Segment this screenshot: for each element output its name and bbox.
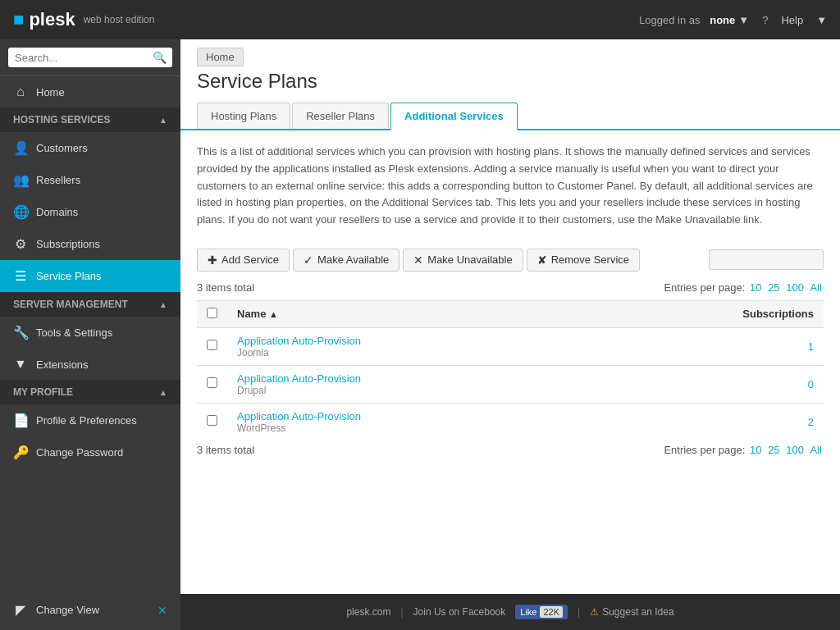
sidebar-item-change-view[interactable]: ◤ Change View ✕ — [0, 594, 180, 626]
sidebar-item-domains[interactable]: 🌐 Domains — [0, 196, 180, 228]
tab-additional-services[interactable]: Additional Services — [390, 103, 518, 130]
server-management-section[interactable]: Server Management ▲ — [0, 292, 180, 317]
make-available-button[interactable]: ✓ Make Available — [293, 249, 399, 272]
toolbar-search[interactable]: 🔍 — [709, 249, 824, 270]
sidebar-item-service-plans[interactable]: ☰ Service Plans — [0, 260, 180, 292]
col-check-header — [197, 300, 227, 327]
entries-10-top[interactable]: 10 — [750, 281, 761, 294]
entries-100-bottom[interactable]: 100 — [786, 444, 804, 456]
row-subscriptions-2: 2 — [725, 403, 824, 441]
remove-service-label: Remove Service — [551, 253, 629, 266]
table-wrapper: Name ▲ Subscriptions Application Auto-Pr… — [180, 300, 840, 441]
row-name-0: Application Auto-ProvisionJoomla — [227, 327, 725, 365]
sidebar-item-change-password[interactable]: 🔑 Change Password — [0, 436, 180, 468]
user-dropdown-icon[interactable]: ▼ — [738, 14, 749, 26]
search-input[interactable] — [15, 52, 153, 64]
sidebar-bottom: ◤ Change View ✕ — [0, 594, 180, 630]
tools-label: Tools & Settings — [36, 326, 112, 339]
breadcrumb-home[interactable]: Home — [197, 48, 244, 66]
table-row: Application Auto-ProvisionJoomla1 — [197, 327, 824, 365]
sidebar-item-subscriptions[interactable]: ⚙ Subscriptions — [0, 228, 180, 260]
change-view-close-icon[interactable]: ✕ — [158, 604, 167, 617]
hosting-services-section[interactable]: Hosting Services ▲ — [0, 107, 180, 132]
table-body: Application Auto-ProvisionJoomla1Applica… — [197, 327, 824, 441]
suggest-button[interactable]: ⚠ Suggest an Idea — [590, 606, 673, 618]
sidebar-item-tools[interactable]: 🔧 Tools & Settings — [0, 317, 180, 349]
col-subscriptions-label: Subscriptions — [742, 308, 814, 320]
my-profile-section[interactable]: My Profile ▲ — [0, 380, 180, 404]
resellers-label: Resellers — [36, 174, 80, 186]
entries-label-bottom: Entries per page: — [664, 444, 745, 456]
sidebar: 🔍 ⌂ Home Hosting Services ▲ 👤 Customers … — [0, 39, 180, 594]
profile-icon: 📄 — [13, 413, 28, 428]
password-icon: 🔑 — [13, 445, 28, 460]
entries-all-bottom[interactable]: All — [810, 444, 822, 456]
profile-preferences-label: Profile & Preferences — [36, 414, 137, 427]
col-name-header[interactable]: Name ▲ — [227, 300, 725, 327]
add-service-button[interactable]: ✚ Add Service — [197, 249, 290, 272]
sidebar-item-customers[interactable]: 👤 Customers — [0, 132, 180, 164]
logo-text: plesk — [29, 9, 75, 30]
logo-area: ■ plesk web host edition — [13, 9, 154, 30]
my-profile-label: My Profile — [13, 386, 73, 398]
footer-plesk-link[interactable]: plesk.com — [346, 606, 390, 618]
sidebar-item-resellers[interactable]: 👥 Resellers — [0, 164, 180, 196]
footer: plesk.com | Join Us on Facebook Like 22K… — [180, 594, 840, 630]
select-all-checkbox[interactable] — [207, 308, 217, 318]
logged-in-user[interactable]: none — [710, 14, 735, 26]
customers-label: Customers — [36, 142, 88, 154]
suggest-label[interactable]: Suggest an Idea — [602, 606, 673, 618]
row-name-2: Application Auto-ProvisionWordPress — [227, 403, 725, 441]
row-checkbox-1[interactable] — [207, 377, 217, 388]
entries-label-top: Entries per page: — [664, 281, 745, 294]
logo-accent: ■ — [13, 9, 24, 30]
help-button[interactable]: Help — [781, 14, 803, 26]
server-management-label: Server Management — [13, 299, 128, 310]
search-wrap[interactable]: 🔍 — [8, 48, 172, 67]
entries-25-bottom[interactable]: 25 — [768, 444, 779, 456]
sidebar-item-home[interactable]: ⌂ Home — [0, 76, 180, 107]
page-title: Service Plans — [180, 66, 840, 103]
row-name-link-0[interactable]: Application Auto-Provision — [237, 335, 361, 347]
row-name-link-2[interactable]: Application Auto-Provision — [237, 410, 361, 422]
make-unavailable-label: Make Unavailable — [427, 253, 512, 266]
sidebar-item-extensions[interactable]: ▼ Extensions — [0, 349, 180, 380]
entries-100-top[interactable]: 100 — [786, 281, 804, 294]
server-management-arrow: ▲ — [159, 300, 167, 309]
tab-hosting-plans[interactable]: Hosting Plans — [197, 103, 290, 129]
items-count-bottom: 3 items total — [197, 444, 254, 456]
help-dropdown-icon[interactable]: ▼ — [816, 14, 827, 26]
service-plans-icon: ☰ — [13, 268, 28, 284]
row-name-link-1[interactable]: Application Auto-Provision — [237, 372, 361, 385]
remove-service-button[interactable]: ✘ Remove Service — [527, 249, 640, 272]
row-subscriptions-link-1[interactable]: 0 — [808, 378, 814, 390]
fb-like-count: 22K — [540, 606, 563, 618]
footer-facebook-link[interactable]: Join Us on Facebook — [413, 606, 506, 618]
row-checkbox-2[interactable] — [207, 415, 217, 426]
make-unavailable-button[interactable]: ✕ Make Unavailable — [403, 249, 523, 272]
toolbar: ✚ Add Service ✓ Make Available ✕ Make Un… — [180, 242, 840, 278]
row-subscriptions-link-0[interactable]: 1 — [808, 340, 814, 353]
entries-25-top[interactable]: 25 — [768, 281, 779, 294]
table-row: Application Auto-ProvisionDrupal0 — [197, 365, 824, 403]
row-sublabel-1: Drupal — [237, 385, 715, 396]
add-service-label: Add Service — [221, 253, 279, 266]
bottom-bar: ◤ Change View ✕ plesk.com | Join Us on F… — [0, 594, 840, 630]
tab-reseller-plans[interactable]: Reseller Plans — [292, 103, 389, 129]
row-checkbox-0[interactable] — [207, 340, 217, 350]
change-password-label: Change Password — [36, 446, 123, 459]
change-view-icon: ◤ — [13, 602, 28, 618]
entries-10-bottom[interactable]: 10 — [750, 444, 761, 456]
hosting-services-label: Hosting Services — [13, 114, 110, 126]
fb-like-button[interactable]: Like 22K — [515, 605, 568, 619]
remove-icon: ✘ — [537, 253, 547, 267]
data-table: Name ▲ Subscriptions Application Auto-Pr… — [197, 300, 824, 441]
toolbar-search-input[interactable] — [716, 253, 840, 266]
sidebar-home-label: Home — [36, 86, 65, 98]
entries-all-top[interactable]: All — [810, 281, 822, 294]
search-area: 🔍 — [0, 39, 180, 76]
hosting-services-arrow: ▲ — [159, 116, 167, 125]
row-subscriptions-link-2[interactable]: 2 — [808, 416, 814, 428]
add-icon: ✚ — [208, 253, 217, 267]
sidebar-item-profile-preferences[interactable]: 📄 Profile & Preferences — [0, 404, 180, 436]
